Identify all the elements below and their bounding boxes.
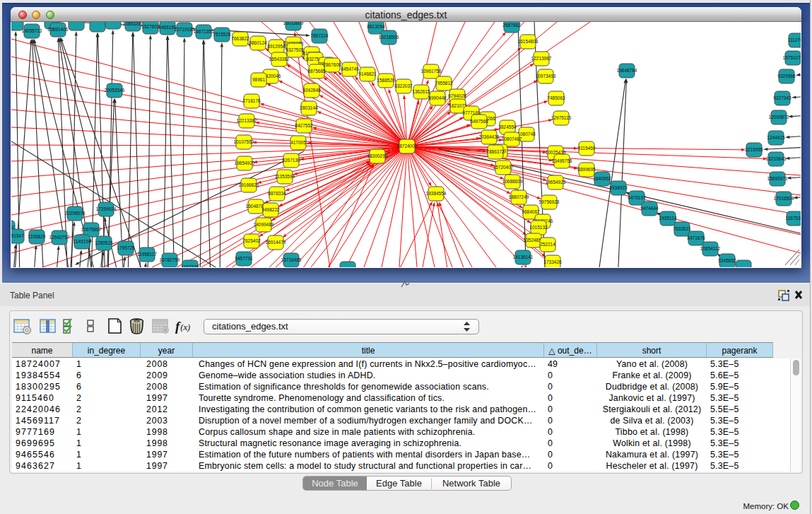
svg-text:1250515: 1250515 <box>95 240 113 245</box>
svg-text:252214: 252214 <box>540 242 555 247</box>
svg-text:10973493: 10973493 <box>536 74 556 78</box>
svg-text:13495758: 13495758 <box>552 158 572 163</box>
svg-text:19654923: 19654923 <box>546 180 566 185</box>
svg-text:7515526: 7515526 <box>213 32 231 37</box>
svg-text:6794028: 6794028 <box>448 93 466 98</box>
svg-text:10107552: 10107552 <box>234 139 254 144</box>
svg-text:9684067: 9684067 <box>522 209 540 214</box>
svg-text:1640952: 1640952 <box>593 176 611 181</box>
svg-text:991547: 991547 <box>11 233 24 238</box>
svg-text:9498222: 9498222 <box>261 207 280 212</box>
svg-text:19654925: 19654925 <box>235 160 255 165</box>
svg-text:18807249: 18807249 <box>509 194 529 199</box>
svg-text:1156829: 1156829 <box>28 234 46 239</box>
svg-text:16543382: 16543382 <box>269 57 290 62</box>
svg-text:10961758: 10961758 <box>421 69 442 74</box>
svg-text:19218506: 19218506 <box>379 35 399 40</box>
svg-text:20053346: 20053346 <box>105 88 125 93</box>
svg-text:12213382: 12213382 <box>237 118 257 123</box>
svg-text:9329966: 9329966 <box>777 74 796 78</box>
svg-text:9227343: 9227343 <box>773 95 792 100</box>
svg-text:14099489: 14099489 <box>254 222 274 227</box>
svg-text:7625402: 7625402 <box>242 238 261 243</box>
svg-text:1112704: 1112704 <box>788 37 801 42</box>
svg-text:59756928: 59756928 <box>539 199 560 204</box>
svg-text:6497568: 6497568 <box>470 119 488 124</box>
svg-text:10719185: 10719185 <box>175 27 195 32</box>
svg-text:8813054: 8813054 <box>367 24 385 29</box>
svg-text:9115460: 9115460 <box>578 146 596 151</box>
svg-text:1192346: 1192346 <box>182 264 199 267</box>
svg-text:2687682: 2687682 <box>502 23 521 28</box>
svg-text:12942757: 12942757 <box>49 235 70 240</box>
svg-text:20364436: 20364436 <box>479 134 500 139</box>
svg-text:6899695: 6899695 <box>577 167 596 172</box>
svg-text:16671355: 16671355 <box>194 29 214 34</box>
svg-text:15716485: 15716485 <box>281 257 302 262</box>
svg-text:9474444: 9474444 <box>640 206 659 211</box>
svg-text:9242848: 9242848 <box>302 88 321 93</box>
svg-text:1080748: 1080748 <box>517 132 536 136</box>
svg-text:20206576: 20206576 <box>65 211 86 216</box>
svg-text:2718176: 2718176 <box>242 98 261 103</box>
svg-text:15692971: 15692971 <box>767 176 788 181</box>
svg-text:8267130: 8267130 <box>282 158 300 163</box>
svg-text:12975115: 12975115 <box>551 115 572 120</box>
svg-text:3824554: 3824554 <box>498 124 517 129</box>
svg-text:11353594: 11353594 <box>275 174 295 179</box>
svg-text:18300293: 18300293 <box>367 153 388 158</box>
svg-text:98961: 98961 <box>252 77 265 82</box>
svg-text:8322037: 8322037 <box>394 83 413 88</box>
svg-text:9457791: 9457791 <box>235 256 253 261</box>
svg-text:6479197: 6479197 <box>628 195 646 200</box>
svg-text:18724007: 18724007 <box>397 144 418 148</box>
svg-text:8427552: 8427552 <box>295 123 313 128</box>
svg-text:17359924: 17359924 <box>96 206 117 211</box>
svg-text:1733426: 1733426 <box>543 259 562 264</box>
svg-text:14136141: 14136141 <box>513 255 534 259</box>
svg-text:9860124: 9860124 <box>249 40 267 45</box>
svg-text:2935114: 2935114 <box>659 216 677 221</box>
svg-text:7485063: 7485063 <box>547 95 565 100</box>
svg-text:417005: 417005 <box>290 140 306 145</box>
svg-text:15751074: 15751074 <box>783 55 801 60</box>
svg-text:7955812: 7955812 <box>435 81 453 86</box>
svg-text:7886372: 7886372 <box>486 149 505 154</box>
svg-text:8875685: 8875685 <box>307 69 326 74</box>
svg-text:2867608: 2867608 <box>323 62 341 67</box>
svg-text:1362615: 1362615 <box>412 89 430 94</box>
svg-text:19055713: 19055713 <box>22 28 42 33</box>
svg-text:3215955: 3215955 <box>745 147 763 152</box>
svg-text:15720407: 15720407 <box>493 165 514 170</box>
svg-text:16210643: 16210643 <box>766 156 787 161</box>
svg-text:1015132: 1015132 <box>529 225 548 230</box>
svg-text:19166825: 19166825 <box>239 182 259 187</box>
svg-text:1795725: 1795725 <box>117 245 135 250</box>
svg-text:16033809: 16033809 <box>283 22 304 25</box>
svg-text:8990448: 8990448 <box>428 95 447 100</box>
svg-text:1145194: 1145194 <box>73 239 91 244</box>
svg-text:12213967: 12213967 <box>531 56 552 61</box>
svg-text:8471676: 8471676 <box>687 235 705 240</box>
svg-text:10654112: 10654112 <box>700 246 721 251</box>
svg-text:7857224: 7857224 <box>310 33 329 38</box>
svg-text:8454749: 8454749 <box>341 66 359 71</box>
svg-text:16914479: 16914479 <box>266 240 286 245</box>
svg-text:1588520: 1588520 <box>377 78 395 83</box>
svg-text:16648784: 16648784 <box>617 68 637 73</box>
svg-text:9327505: 9327505 <box>286 47 304 52</box>
svg-text:8878334: 8878334 <box>268 191 286 196</box>
svg-text:20691406: 20691406 <box>48 27 69 32</box>
svg-text:2803144: 2803144 <box>300 105 318 110</box>
svg-text:19384554: 19384554 <box>426 191 447 196</box>
svg-text:12093872: 12093872 <box>769 115 789 119</box>
svg-text:1527602: 1527602 <box>141 24 160 29</box>
svg-text:9146821: 9146821 <box>358 71 377 76</box>
svg-text:16782759: 16782759 <box>160 257 180 262</box>
svg-text:1167534: 1167534 <box>786 216 801 221</box>
svg-text:16154808: 16154808 <box>518 39 539 44</box>
svg-text:7663822: 7663822 <box>231 36 249 41</box>
svg-text:1244415: 1244415 <box>767 135 785 140</box>
svg-text:10975867: 10975867 <box>81 227 102 232</box>
svg-text:(x): (x) <box>180 322 191 332</box>
